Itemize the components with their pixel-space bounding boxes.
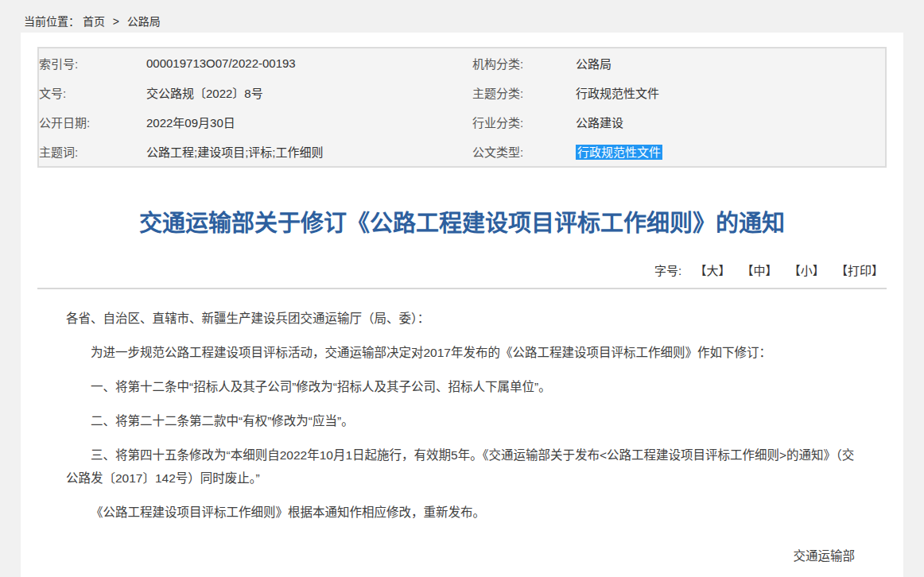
page-title: 交通运输部关于修订《公路工程建设项目评标工作细则》的通知 [37, 207, 887, 239]
paragraph-item-2: 二、将第二十二条第二款中“有权”修改为“应当”。 [66, 409, 858, 432]
meta-label-topic-category: 主题分类: [472, 78, 576, 107]
font-size-label: 字号: [654, 264, 681, 277]
signature-org: 交通运输部 [37, 548, 855, 565]
meta-label-doc-type: 公文类型: [472, 137, 576, 167]
table-row: 索引号: 000019713O07/2022-00193 机构分类: 公路局 [38, 48, 886, 78]
selected-text: 行政规范性文件 [576, 145, 662, 160]
meta-value-doc-no: 交公路规〔2022〕8号 [146, 78, 472, 107]
meta-value-publish-date: 2022年09月30日 [146, 107, 472, 137]
meta-label-publish-date: 公开日期: [38, 107, 146, 137]
paragraph-item-1: 一、将第十二条中“招标人及其子公司”修改为“招标人及其子公司、招标人下属单位”。 [66, 375, 858, 398]
meta-value-topic-category: 行政规范性文件 [576, 78, 886, 107]
meta-label-industry: 行业分类: [472, 107, 576, 137]
font-large-button[interactable]: 【大】 [694, 261, 730, 278]
font-size-toolbar: 字号: 【大】 【中】 【小】 【打印】 [37, 261, 887, 289]
table-row: 主题词: 公路工程;建设项目;评标;工作细则 公文类型: 行政规范性文件 [38, 137, 886, 167]
breadcrumb-separator: > [113, 15, 119, 28]
paragraph-salutation: 各省、自治区、直辖市、新疆生产建设兵团交通运输厅（局、委）： [66, 307, 858, 330]
print-button[interactable]: 【打印】 [836, 261, 883, 278]
signature-block: 交通运输部 2022年9月30日 [37, 548, 855, 577]
table-row: 文号: 交公路规〔2022〕8号 主题分类: 行政规范性文件 [38, 78, 886, 107]
meta-value-keywords: 公路工程;建设项目;评标;工作细则 [146, 137, 472, 167]
meta-value-doc-type: 行政规范性文件 [576, 137, 886, 167]
article-body: 各省、自治区、直辖市、新疆生产建设兵团交通运输厅（局、委）： 为进一步规范公路工… [66, 307, 858, 524]
breadcrumb-label: 当前位置： [24, 15, 80, 28]
font-small-button[interactable]: 【小】 [789, 261, 825, 278]
document-card: 索引号: 000019713O07/2022-00193 机构分类: 公路局 文… [21, 33, 903, 577]
meta-value-index-no: 000019713O07/2022-00193 [146, 48, 472, 78]
meta-value-org-category: 公路局 [576, 48, 886, 78]
meta-label-doc-no: 文号: [38, 78, 146, 107]
breadcrumb-section-link[interactable]: 公路局 [127, 15, 161, 28]
breadcrumb-home-link[interactable]: 首页 [83, 15, 105, 28]
meta-label-index-no: 索引号: [38, 48, 146, 78]
paragraph-item-3: 三、将第四十五条修改为“本细则自2022年10月1日起施行，有效期5年。《交通运… [66, 443, 858, 490]
meta-label-org-category: 机构分类: [472, 48, 576, 78]
page: 当前位置： 首页 > 公路局 索引号: 000019713O07/2022-00… [0, 0, 924, 577]
paragraph-closing: 《公路工程建设项目评标工作细则》根据本通知作相应修改，重新发布。 [66, 501, 858, 524]
paragraph-intro: 为进一步规范公路工程建设项目评标活动，交通运输部决定对2017年发布的《公路工程… [66, 341, 858, 364]
font-medium-button[interactable]: 【中】 [742, 261, 778, 278]
breadcrumb: 当前位置： 首页 > 公路局 [0, 0, 924, 33]
metadata-table: 索引号: 000019713O07/2022-00193 机构分类: 公路局 文… [37, 47, 887, 168]
meta-label-keywords: 主题词: [38, 137, 146, 167]
table-row: 公开日期: 2022年09月30日 行业分类: 公路建设 [38, 107, 886, 137]
meta-value-industry: 公路建设 [576, 107, 886, 137]
